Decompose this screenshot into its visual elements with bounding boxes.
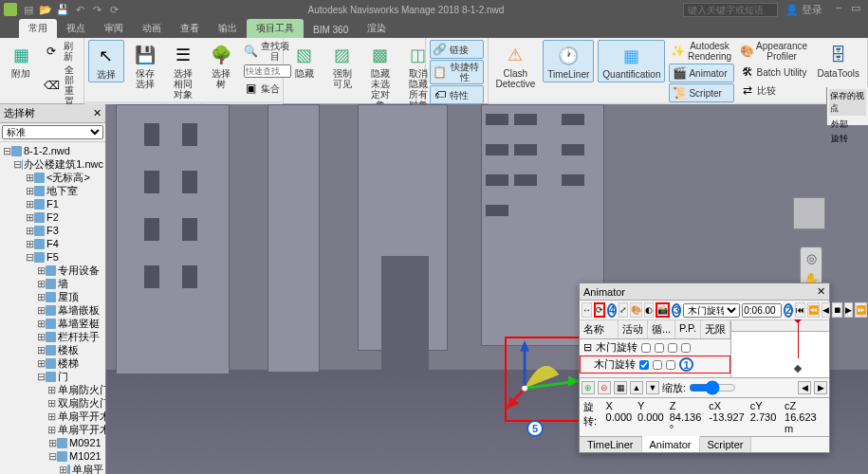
viewpoint-item[interactable]: 外部 [829,118,866,132]
batch-button[interactable]: 🛠Batch Utility [738,64,810,81]
scene-select[interactable]: 木门旋转 [683,303,740,318]
inf-checkbox[interactable] [681,343,691,353]
tree-node[interactable]: ⊞楼梯 [36,356,103,370]
play-icon[interactable]: ▶ [844,302,853,318]
help-search-input[interactable] [683,3,778,17]
qat-new-icon[interactable]: ▤ [21,2,36,17]
minimize-button[interactable]: − [830,2,847,17]
tree-node[interactable]: ⊞<无标高> [25,171,103,184]
loop-checkbox[interactable] [655,343,664,353]
qat-refresh-icon[interactable]: ⟳ [106,2,121,17]
scripter-button[interactable]: 📜Scripter [669,83,733,102]
maximize-button[interactable]: ▭ [847,2,864,17]
tree-node[interactable]: ⊞单扇防火门 [47,383,103,396]
tree-node[interactable]: ⊞F2 [25,210,103,224]
quant-button[interactable]: ▦Quantification [598,40,665,82]
qat-undo-icon[interactable]: ↶ [72,2,87,17]
playhead[interactable] [798,320,799,358]
tree-node[interactable]: ⊞幕墙竖梃 [36,317,103,330]
tree-node[interactable]: ⊞单扇平 [59,463,103,474]
rewind-icon[interactable]: ⏮ [795,302,805,318]
tree-node[interactable]: ⊞F4 [25,237,103,250]
loop-checkbox[interactable] [653,360,662,370]
tab-home[interactable]: 常用 [19,19,57,38]
qat-redo-icon[interactable]: ↷ [89,2,104,17]
tab-bim360[interactable]: BIM 360 [304,22,358,38]
force-button[interactable]: ▨强制可见 [325,40,360,91]
stop-icon[interactable]: ⏹ [832,302,842,318]
timeline[interactable] [731,320,829,377]
time-input[interactable] [742,303,782,318]
animator-close-icon[interactable]: ✕ [817,285,825,298]
delete-scene-icon[interactable]: ⊖ [598,381,611,394]
stepback-icon[interactable]: ⏪ [807,302,820,318]
tab-animation[interactable]: 动画 [133,19,171,38]
scale-tool-icon[interactable]: ⤢ [619,302,628,318]
links-button[interactable]: 🔗链接 [430,40,484,59]
capture-keyframe-icon[interactable]: 📸 [656,302,670,318]
tree-node[interactable]: ⊞单扇平开木 [47,410,103,423]
tab-scripter[interactable]: Scripter [700,437,752,452]
tree-node[interactable]: ⊞幕墙嵌板 [36,303,103,317]
moveup-icon[interactable]: ▲ [630,381,643,394]
hide-button[interactable]: ▧隐藏 [287,40,322,81]
animator-button[interactable]: 🎬Animator [669,64,733,82]
tree-node[interactable]: ⊞栏杆扶手 [36,330,103,343]
tab-animator[interactable]: Animator [642,436,700,452]
active-checkbox[interactable] [639,360,649,370]
stepfwd-icon[interactable]: ⏩ [855,302,867,318]
transparency-tool-icon[interactable]: ◐ [644,302,654,318]
translate-tool-icon[interactable]: ↔ [582,302,592,318]
clash-button[interactable]: ⚠Clash Detective [492,40,540,91]
rotate-tool-icon[interactable]: ⟳ [594,302,605,318]
tree-door[interactable]: ⊟门 [36,370,103,383]
savesel-button[interactable]: 💾保存 选择 [128,40,162,91]
quickprops-button[interactable]: 📋快捷特性 [430,60,484,84]
tree-mode-select[interactable]: 标准 [2,125,103,139]
scene-row[interactable]: ⊟木门旋转 [580,339,730,356]
qat-save-icon[interactable]: 💾 [55,2,70,17]
tree-node[interactable]: ⊞F3 [25,224,103,237]
tree-m0921[interactable]: ⊞M0921 [47,436,103,449]
tree[interactable]: ⊟8-1-2.nwd ⊟办公楼建筑1.nwc ⊞<无标高> ⊞地下室 ⊞F1 ⊞… [0,142,105,474]
signin-button[interactable]: 👤 登录 [785,3,822,17]
tree-node[interactable]: ⊞单扇平开木 [47,423,103,436]
tree-node[interactable]: ⊞双扇防火门 [47,396,103,410]
qat-open-icon[interactable]: 📂 [38,2,53,17]
viewpoint-item[interactable]: 旋转 [829,132,866,146]
timeline-next-icon[interactable]: ▶ [814,381,827,394]
datatools-button[interactable]: 🗄DataTools [814,40,863,81]
hideunsel-button[interactable]: ▩隐藏 未选定对象 [363,40,397,112]
playback-icon[interactable]: ◀ [822,302,830,318]
selsame-button[interactable]: ☰选择 相同对象 [166,40,200,101]
nav-wheel-icon[interactable]: ◎ [801,247,822,268]
tab-viewpoint[interactable]: 视点 [57,19,95,38]
tree-node[interactable]: ⊞F1 [25,197,103,210]
tab-itemtools[interactable]: 项目工具 [247,19,304,38]
autodesk-render-button[interactable]: ✨Autodesk Rendering [669,40,733,63]
movedown-icon[interactable]: ▼ [646,381,659,394]
add-scene-icon[interactable]: ⊕ [582,381,595,394]
tree-node[interactable]: ⊞墙 [36,277,103,290]
tab-render[interactable]: 渲染 [358,19,396,38]
compare-button[interactable]: ⇄比较 [738,82,810,99]
tab-view[interactable]: 查看 [171,19,209,38]
timeliner-button[interactable]: 🕐TimeLiner [543,40,594,82]
seltree-button[interactable]: 🌳选择 树 [204,40,238,91]
tree-node[interactable]: ⊞专用设备 [36,264,103,277]
keyframe[interactable] [794,365,802,373]
props-button[interactable]: 🏷特性 [430,85,484,104]
pp-checkbox[interactable] [666,360,675,370]
tab-output[interactable]: 输出 [209,19,247,38]
tree-node[interactable]: ⊞屋顶 [36,290,103,303]
tree-node[interactable]: ⊞楼板 [36,343,103,356]
append-button[interactable]: ▦附加 [4,40,38,81]
rotation-gizmo[interactable] [505,337,590,422]
appearance-button[interactable]: 🎨Appearance Profiler [738,40,810,63]
pp-checkbox[interactable] [668,343,677,353]
zoom-slider[interactable] [689,380,736,395]
select-button[interactable]: ↖选择 [88,40,124,82]
sceneopts-icon[interactable]: ▦ [614,381,627,394]
active-checkbox[interactable] [641,343,651,353]
tab-review[interactable]: 审阅 [95,19,133,38]
